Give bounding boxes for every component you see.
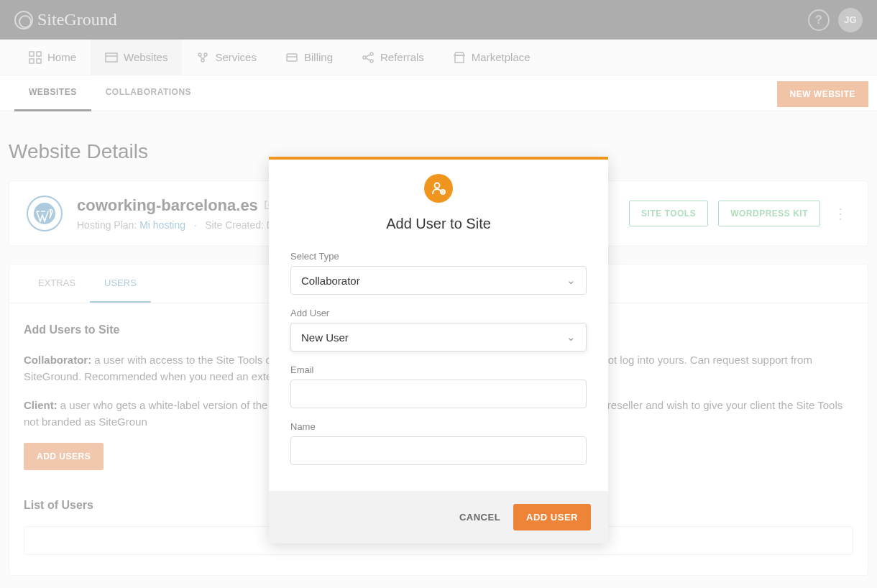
cancel-button[interactable]: CANCEL [459,512,500,523]
modal-title: Add User to Site [290,216,587,232]
name-label: Name [290,421,587,432]
select-type-group: Select Type Collaborator ⌄ [290,251,587,295]
add-user-label: Add User [290,308,587,318]
select-type-dropdown[interactable]: Collaborator ⌄ [290,266,587,295]
email-field[interactable] [290,380,587,408]
user-add-icon [424,174,453,203]
add-user-dropdown[interactable]: New User ⌄ [290,323,587,352]
add-user-modal: Add User to Site Select Type Collaborato… [269,157,608,543]
svg-point-21 [435,183,440,188]
add-user-button[interactable]: ADD USER [513,504,591,530]
select-type-value: Collaborator [301,275,360,287]
chevron-down-icon: ⌄ [566,274,576,287]
add-user-value: New User [301,331,349,344]
email-group: Email [290,364,587,408]
modal-overlay[interactable]: Add User to Site Select Type Collaborato… [0,0,877,588]
email-label: Email [290,364,587,375]
add-user-group: Add User New User ⌄ [290,308,587,352]
modal-icon-wrap [290,174,587,203]
modal-footer: CANCEL ADD USER [269,491,608,543]
name-field[interactable] [290,436,587,465]
modal-body: Add User to Site Select Type Collaborato… [269,160,608,491]
name-group: Name [290,421,587,465]
select-type-label: Select Type [290,251,587,262]
chevron-down-icon: ⌄ [566,331,576,344]
